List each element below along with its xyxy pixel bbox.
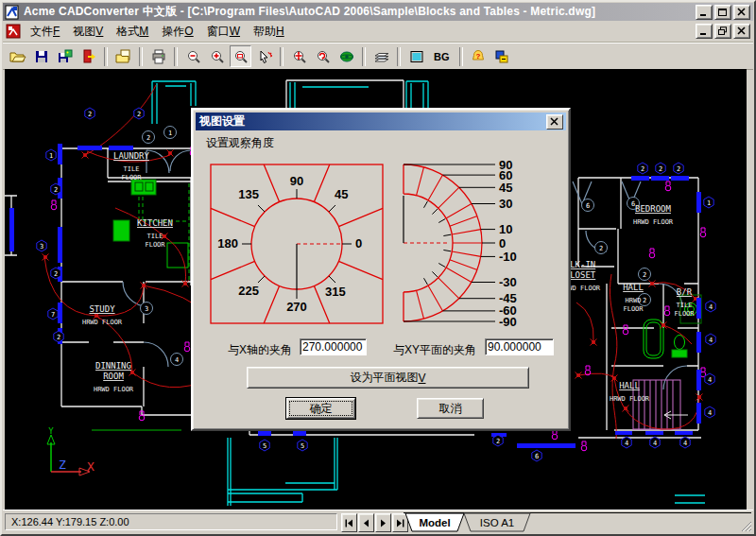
- prev-sheet-button[interactable]: [358, 513, 374, 532]
- light-symbol: [43, 254, 49, 261]
- next-sheet-button[interactable]: [375, 513, 391, 532]
- layers-button[interactable]: [370, 45, 392, 67]
- export-icon: [81, 49, 96, 64]
- set-plan-view-button[interactable]: 设为平面视图V: [247, 367, 529, 389]
- zoom-window-button[interactable]: [230, 45, 251, 67]
- outlet-symbol: [664, 306, 670, 316]
- print-button[interactable]: [147, 45, 169, 67]
- xy-angle-input[interactable]: [485, 338, 554, 355]
- toolbar-separator: [459, 47, 463, 66]
- gauge-label--45: -45: [499, 291, 517, 305]
- export-button[interactable]: [77, 45, 99, 67]
- minimize-button[interactable]: [696, 5, 713, 20]
- resize-grip[interactable]: [739, 519, 752, 532]
- window-marker: 4: [705, 406, 714, 418]
- mdi-restore-button[interactable]: [714, 24, 731, 39]
- door-marker: 2: [595, 242, 608, 254]
- window-marker: 2: [51, 183, 60, 195]
- svg-text:4: 4: [709, 337, 713, 344]
- mdi-close-button[interactable]: [733, 24, 750, 39]
- ok-button[interactable]: 确定: [286, 398, 355, 419]
- window-marker: 2: [674, 163, 683, 174]
- properties-button[interactable]: [405, 45, 427, 67]
- window-marker: 3: [37, 240, 46, 251]
- outlet-symbol: [184, 342, 190, 352]
- compass-label-225: 225: [238, 284, 259, 298]
- close-button[interactable]: [733, 5, 750, 20]
- stairs: [633, 380, 680, 429]
- x-angle-compass[interactable]: 90450315270225180135: [211, 164, 383, 323]
- open-button[interactable]: [7, 45, 28, 67]
- toolbar: BG ?: [3, 43, 753, 70]
- gauge-label-10: 10: [499, 222, 512, 236]
- save-as-button[interactable]: [54, 45, 76, 67]
- rotate-view-button[interactable]: [312, 45, 334, 67]
- menu-item-file[interactable]: 文件F: [24, 22, 66, 42]
- ucs-icon: X Y Z: [47, 426, 94, 475]
- sheet-tab-model[interactable]: Model: [405, 513, 464, 531]
- stairs-arrow: [664, 411, 688, 419]
- exit-button[interactable]: [491, 45, 513, 67]
- compass-label-180: 180: [217, 236, 238, 251]
- zoom-in-button[interactable]: [206, 45, 228, 67]
- svg-text:1: 1: [49, 152, 53, 160]
- sheet-tab-iso-a1[interactable]: ISO A1: [464, 513, 530, 531]
- window-marker: 5: [298, 440, 307, 451]
- mdi-minimize-button[interactable]: [696, 24, 713, 39]
- menu-item-view[interactable]: 视图V: [66, 22, 110, 42]
- zoom-extents-button[interactable]: [288, 45, 310, 67]
- title-bar[interactable]: Acme CADConverter 中文版 - [C:\Program File…: [3, 3, 753, 21]
- first-sheet-button[interactable]: [341, 513, 357, 532]
- dialog-close-button[interactable]: [546, 114, 563, 130]
- save-button[interactable]: [30, 45, 52, 67]
- gauge-label-30: 30: [499, 197, 512, 211]
- menu-item-help[interactable]: 帮助H: [247, 22, 291, 42]
- maximize-icon: [717, 8, 729, 17]
- svg-text:HALL: HALL: [623, 283, 644, 292]
- sheet-nav: [341, 513, 409, 532]
- view-3d-icon: [339, 49, 354, 64]
- batch-convert-icon: [115, 49, 132, 64]
- maximize-button[interactable]: [714, 5, 731, 20]
- x-angle-input[interactable]: [300, 338, 367, 355]
- svg-text:5: 5: [301, 442, 304, 450]
- outlet-symbol: [665, 182, 671, 191]
- menu-item-window[interactable]: 窗口W: [200, 22, 247, 42]
- svg-text:FLOOR: FLOOR: [121, 174, 142, 182]
- svg-text:BEDROOM: BEDROOM: [635, 204, 672, 214]
- xy-angle-gauge[interactable]: 90604530100-10-30-45-60-90: [404, 158, 517, 329]
- print-icon: [151, 49, 166, 64]
- menu-item-format[interactable]: 格式M: [110, 22, 155, 42]
- light-symbol: [82, 152, 89, 159]
- svg-text:4: 4: [683, 440, 687, 447]
- dialog-title-bar[interactable]: 视图设置: [196, 112, 566, 130]
- svg-text:2: 2: [643, 271, 646, 279]
- compass-label-270: 270: [286, 300, 307, 314]
- window-marker: 2: [656, 163, 665, 174]
- svg-text:HRWD: HRWD: [626, 297, 642, 304]
- svg-text:2: 2: [54, 186, 58, 194]
- svg-text:?: ?: [476, 52, 481, 61]
- exit-icon: [494, 49, 509, 64]
- about-button[interactable]: ?: [468, 45, 490, 67]
- batch-convert-button[interactable]: [112, 45, 134, 67]
- menu-item-operation[interactable]: 操作O: [155, 22, 199, 42]
- dialog-title: 视图设置: [199, 113, 546, 130]
- menu-items: 文件F视图V格式M操作O窗口W帮助H: [24, 22, 291, 42]
- svg-text:4: 4: [708, 376, 712, 384]
- cancel-button[interactable]: 取消: [417, 398, 484, 419]
- view-3d-button[interactable]: [335, 45, 357, 67]
- background-color-button[interactable]: BG: [429, 45, 455, 67]
- pan-button[interactable]: [253, 45, 275, 67]
- room-label: LAUNDRYTILEFLOOR: [113, 151, 150, 182]
- gauge-label--90: -90: [499, 315, 517, 329]
- svg-text:ISO A1: ISO A1: [480, 517, 514, 528]
- window-marker: 4: [705, 373, 714, 385]
- zoom-out-button[interactable]: [182, 45, 204, 67]
- svg-text:FLOOR: FLOOR: [674, 310, 695, 318]
- svg-text:5: 5: [263, 442, 266, 450]
- layers-icon: [373, 49, 390, 64]
- compass-label-90: 90: [290, 174, 303, 188]
- outlet-symbol: [51, 200, 57, 210]
- svg-text:6: 6: [535, 453, 539, 460]
